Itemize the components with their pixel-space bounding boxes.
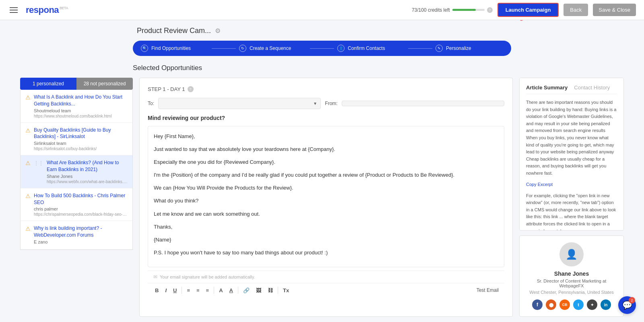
opp-content-4: How To Build 500 Backlinks - Chris Palme… <box>34 192 128 217</box>
facebook-icon[interactable]: f <box>532 299 543 310</box>
launch-campaign-button[interactable]: Launch Campaign <box>497 3 559 17</box>
settings-icon[interactable]: ⚙ <box>215 27 221 35</box>
toolbar-divider-4 <box>278 287 278 294</box>
warning-icon-2: ⚠ <box>25 127 31 134</box>
credits-text: 73/100 credits left <box>412 7 450 13</box>
opp-author-4: chris palmer <box>34 206 128 211</box>
email-signature: ✉ Your email signature will be added aut… <box>148 270 504 283</box>
social-icons: f ⬤ CB t ✦ in <box>526 299 617 310</box>
opp-title-5: Why is link building important? - WebDev… <box>34 225 128 239</box>
logo-text: respona <box>26 5 59 15</box>
opp-content-1: What Is A Backlink and How Do You Start … <box>34 94 128 118</box>
body-line-8: Thanks, <box>154 223 498 231</box>
step-create-sequence[interactable]: ↻ Create a Sequence <box>239 45 307 52</box>
body-line-7: Let me know and we can work something ou… <box>154 210 498 219</box>
warning-icon-4: ⚠ <box>25 193 31 199</box>
image-button[interactable]: 🖼 <box>254 287 263 294</box>
article-paragraph-2: For example, clicking the "open link in … <box>526 192 617 231</box>
tab-article-summary[interactable]: Article Summary <box>526 85 568 91</box>
personalize-icon: ✎ <box>436 45 443 52</box>
credits-info-icon[interactable]: ? <box>487 7 493 13</box>
page-title: Product Review Cam... <box>137 27 211 35</box>
opportunity-list: ⚠ What Is A Backlink and How Do You Star… <box>20 90 133 250</box>
contact-avatar: 👤 <box>559 242 584 266</box>
list-button[interactable]: ≡ <box>204 287 211 294</box>
chat-badge: 2 <box>629 297 635 303</box>
back-button[interactable]: Back <box>564 4 588 16</box>
from-label: From: <box>325 101 337 106</box>
body-line-1: Hey {First Name}, <box>154 132 498 141</box>
email-body[interactable]: Hey {First Name}, Just wanted to say tha… <box>148 126 504 267</box>
tab-contact-history[interactable]: Contact History <box>574 85 610 91</box>
body-line-5: We can {How You Will Provide the Product… <box>154 184 498 192</box>
connect-icon[interactable]: ✦ <box>587 299 597 310</box>
opp-item-3[interactable]: ⚠ ⋮⋮ What Are Backlinks? (And How to Ear… <box>21 155 132 188</box>
save-close-button[interactable]: Save & Close <box>593 4 636 16</box>
opp-author-1: Shoutmeloud team <box>34 108 128 113</box>
opp-content-5: Why is link building important? - WebDev… <box>34 225 128 245</box>
linkedin-icon[interactable]: in <box>601 299 611 310</box>
opp-url-1: https://www.shoutmeloud.com/backlink.htm… <box>34 114 128 118</box>
toolbar-divider-1 <box>182 287 182 294</box>
warning-icon-5: ⚠ <box>25 225 31 232</box>
personalization-tabs: 1 personalized 28 not personalized <box>20 78 133 90</box>
test-email-button[interactable]: Test Email <box>477 287 499 293</box>
crunchbase-icon[interactable]: CB <box>559 299 570 310</box>
body-line-4: I'm the {Position} of the company and I'… <box>154 171 498 180</box>
email-to-from-row: To: ▾ From: <box>148 98 504 109</box>
bold-button[interactable]: B <box>153 287 160 294</box>
step-sequence-label: Create a Sequence <box>250 45 291 51</box>
logo-beta: BETA <box>60 6 68 10</box>
article-summary-card: Article Summary Contact History There ar… <box>519 78 624 231</box>
hamburger-menu[interactable] <box>8 6 19 14</box>
align-center-button[interactable]: ≡ <box>195 287 201 294</box>
create-sequence-icon: ↻ <box>239 45 246 52</box>
opp-author-3: Shane Jones <box>47 174 128 179</box>
font-color-button[interactable]: A <box>217 287 224 294</box>
opp-item-2[interactable]: ⚠ Buy Quality Backlinks [Guide to Buy Ba… <box>21 123 132 156</box>
clear-format-button[interactable]: Tx <box>281 287 291 294</box>
unlink-button[interactable]: ⛓ <box>266 287 275 294</box>
twitter-icon[interactable]: t <box>573 299 584 310</box>
from-field[interactable] <box>342 101 504 106</box>
step-find-opportunities[interactable]: 🔍 Find Opportunities <box>141 45 208 52</box>
campaign-stepper: 🔍 Find Opportunities ↻ Create a Sequence… <box>133 41 511 56</box>
step-divider-3 <box>408 48 432 49</box>
underline-button[interactable]: U <box>171 287 178 294</box>
share-icon[interactable]: ⬤ <box>546 299 556 310</box>
drag-icon-3: ⋮⋮ <box>34 160 43 166</box>
chat-bubble[interactable]: 💬 2 <box>618 296 636 314</box>
step-info-icon[interactable]: ? <box>188 86 194 92</box>
right-tabs: Article Summary Contact History <box>526 85 617 94</box>
contact-name: Shane Jones <box>526 270 617 277</box>
opp-item-1[interactable]: ⚠ What Is A Backlink and How Do You Star… <box>21 90 132 123</box>
step-personalize-label: Personalize <box>446 45 471 51</box>
credits-info: 73/100 credits left ? <box>412 7 493 13</box>
step-day-text: STEP 1 - DAY 1 <box>148 86 185 92</box>
contact-role: Sr. Director of Content Marketing at Web… <box>526 279 617 288</box>
contact-location: West Chester, Pennsylvania, United State… <box>526 290 617 295</box>
italic-button[interactable]: I <box>163 287 168 294</box>
opp-url-4: https://chrispalmerseopedia.com/black-fr… <box>34 212 128 217</box>
find-opportunities-icon: 🔍 <box>141 45 148 52</box>
opp-url-3: https://www.webfx.com/what-are-backlinks… <box>47 180 128 184</box>
tab-not-personalized[interactable]: 28 not personalized <box>76 78 133 90</box>
step-divider-2 <box>310 48 334 49</box>
step-confirm-contacts[interactable]: 👤 Confirm Contacts <box>337 45 405 52</box>
step-personalize[interactable]: ✎ Personalize <box>436 45 503 52</box>
top-navigation: responaBETA 73/100 credits left ? Launch… <box>0 0 644 20</box>
signature-icon: ✉ <box>153 274 157 280</box>
step-divider-1 <box>212 48 236 49</box>
link-button[interactable]: 🔗 <box>242 287 251 294</box>
page-header: Product Review Cam... ⚙ <box>0 20 644 35</box>
copy-excerpt-1[interactable]: Copy Excerpt <box>526 182 617 187</box>
contact-card: 👤 Shane Jones Sr. Director of Content Ma… <box>519 235 624 317</box>
opp-content-3: What Are Backlinks? (And How to Earn Bac… <box>47 159 128 184</box>
highlight-button[interactable]: A <box>228 287 235 294</box>
align-left-button[interactable]: ≡ <box>185 287 192 294</box>
to-field[interactable]: ▾ <box>158 98 321 109</box>
opp-item-5[interactable]: ⚠ Why is link building important? - WebD… <box>21 221 132 250</box>
tab-personalized[interactable]: 1 personalized <box>20 78 76 90</box>
opp-item-4[interactable]: ⚠ How To Build 500 Backlinks - Chris Pal… <box>21 188 132 221</box>
content-row: 1 personalized 28 not personalized ⚠ Wha… <box>20 78 624 317</box>
